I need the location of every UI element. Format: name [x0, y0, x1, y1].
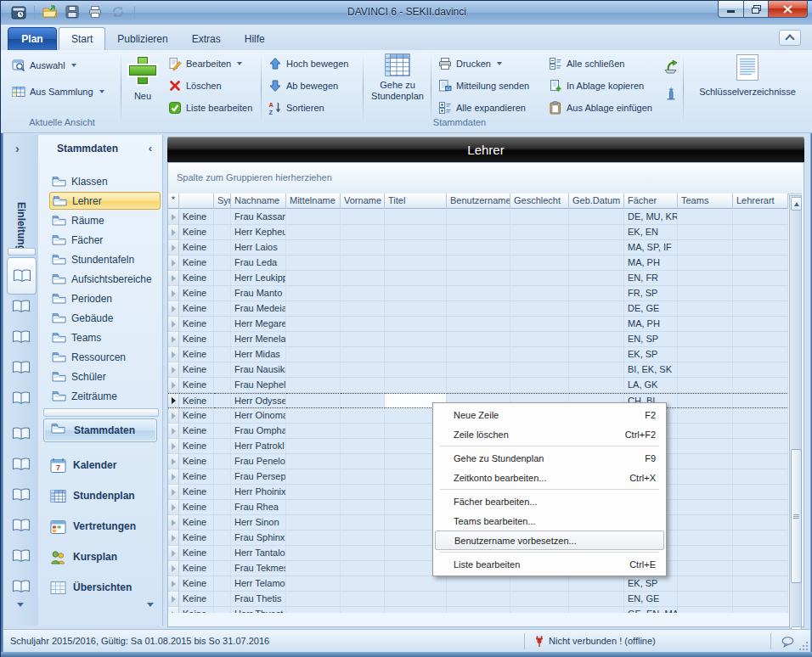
maximize-button[interactable] [744, 1, 768, 18]
sidebar-section-stundenplan[interactable]: Stundenplan [43, 484, 157, 508]
resize-grip[interactable] [798, 641, 809, 651]
aus-sammlung-button[interactable]: Aus Sammlung [8, 83, 109, 100]
column-header-vorname[interactable]: Vorname [341, 194, 385, 209]
tab-hilfe[interactable]: Hilfe [233, 28, 277, 50]
alle-schliessen-button[interactable]: Alle schließen [544, 55, 629, 72]
book-icon-button[interactable] [12, 300, 31, 313]
loeschen-button[interactable]: Löschen [164, 77, 226, 94]
sidebar-item-stundentafeln[interactable]: Stundentafeln [49, 250, 161, 268]
book-icon-button[interactable] [12, 488, 31, 502]
column-header-geschlecht[interactable]: Geschlecht [510, 194, 569, 209]
schluesselverzeichnisse-button[interactable]: Schlüsselverzeichnisse [686, 53, 809, 120]
sidebar-section-kursplan[interactable]: Kursplan [43, 545, 157, 569]
neu-button[interactable]: Neu [124, 55, 161, 118]
sidebar-section-uebersichten[interactable]: Übersichten [43, 576, 157, 599]
scroll-up-button[interactable] [791, 197, 802, 211]
table-row[interactable]: KeineFrau LedaMA, PH [168, 256, 788, 271]
column-header-titel[interactable]: Titel [385, 194, 447, 209]
alle-expandieren-button[interactable]: Alle expandieren [434, 99, 530, 116]
close-button[interactable] [768, 1, 808, 18]
table-row[interactable]: KeineHerr MegareMA, PH [168, 317, 788, 332]
sidebar-section-stammdaten[interactable]: Stammdaten [43, 418, 157, 442]
rail-splitter[interactable] [8, 248, 36, 256]
auswahl-button[interactable]: Auswahl [8, 57, 109, 74]
sidebar-item-zeitraeume[interactable]: Zeiträume [49, 387, 161, 405]
sidebar-item-perioden[interactable]: Perioden [49, 289, 161, 307]
hoch-bewegen-button[interactable]: Hoch bewegen [264, 55, 352, 72]
table-row[interactable]: KeineFrau MantoFR, SP [168, 286, 788, 301]
group-by-bar[interactable]: Spalte zum Gruppieren hierherziehen [168, 163, 802, 194]
sidebar-splitter[interactable] [43, 408, 159, 417]
vertical-scroll-thumb[interactable] [791, 449, 802, 583]
column-header-lehrerart[interactable]: Lehrerart [733, 194, 788, 209]
table-row[interactable]: KeineHerr TelamoEK, SP [168, 576, 788, 592]
menu-item-zeitkonto-bearbeiten[interactable]: Zeitkonto bearbeiten...Ctrl+X [435, 468, 664, 487]
book-icon-button[interactable] [12, 458, 31, 471]
sidebar-item-raeume[interactable]: Räume [49, 211, 161, 229]
vertical-scrollbar[interactable] [789, 195, 802, 642]
mitteilung-senden-button[interactable]: Mitteilung senden [434, 77, 533, 94]
table-row[interactable]: KeineHerr MenelaEN, SP [168, 332, 788, 347]
rail-expand-chevron[interactable]: › [15, 142, 20, 155]
import-button[interactable] [662, 86, 680, 103]
table-row[interactable]: KeineFrau ThetisEN, GE [168, 592, 788, 607]
column-header-sym[interactable]: Sym [214, 194, 231, 209]
menu-item-faecher-bearbeiten[interactable]: Fächer bearbeiten... [435, 491, 664, 511]
drucken-button[interactable]: Drucken [434, 55, 506, 72]
rail-scroll-down-button[interactable] [17, 607, 24, 622]
column-header-status[interactable] [179, 194, 214, 209]
minimize-button[interactable] [718, 1, 744, 18]
sidebar-item-teams[interactable]: Teams [49, 328, 161, 346]
table-row[interactable]: KeineFrau KassanDE, MU, KR [168, 210, 788, 225]
rail-selected-book-button[interactable] [7, 257, 37, 295]
sidebar-item-gebaeude[interactable]: Gebäude [49, 309, 161, 327]
column-header-geb-datum[interactable]: Geb.Datum [569, 194, 624, 209]
book-icon-button[interactable] [12, 519, 31, 532]
sidebar-item-faecher[interactable]: Fächer [49, 231, 161, 249]
feedback-bubble-icon[interactable] [781, 636, 794, 647]
column-header-mittelname[interactable]: Mittelname [286, 194, 341, 209]
tab-plan[interactable]: Plan [8, 27, 57, 51]
table-row[interactable]: KeineHerr KepheuEK, EN [168, 225, 788, 240]
ab-bewegen-button[interactable]: Ab bewegen [264, 77, 342, 94]
tab-start[interactable]: Start [59, 27, 105, 50]
sidebar-item-aufsichtsbereiche[interactable]: Aufsichtsbereiche [49, 270, 161, 288]
column-header-teams[interactable]: Teams [678, 194, 733, 209]
sidebar-section-vertretungen[interactable]: Vertretungen [43, 514, 157, 538]
sidebar-item-lehrer[interactable]: Lehrer [49, 192, 161, 210]
menu-item-liste-bearbeiten[interactable]: Liste bearbeitenCtrl+E [435, 554, 664, 574]
tab-extras[interactable]: Extras [180, 28, 233, 50]
sidebar-item-klassen[interactable]: Klassen [49, 172, 161, 190]
book-icon-button[interactable] [12, 427, 31, 441]
column-header-benutzername[interactable]: Benutzername [447, 194, 510, 209]
sortieren-button[interactable]: AZSortieren [264, 99, 329, 116]
sidebar-item-ressourcen[interactable]: Ressourcen [49, 348, 161, 366]
book-icon-button[interactable] [12, 361, 31, 374]
table-row[interactable]: KeineFrau NephelLA, GK [168, 378, 788, 393]
table-row[interactable]: KeineHerr LaiosMA, SP, IF [168, 240, 788, 256]
book-icon-button[interactable] [12, 391, 31, 405]
table-row[interactable]: KeineFrau MedeiaDE, GE [168, 301, 788, 317]
book-icon-button[interactable] [12, 580, 31, 593]
menu-item-neue-zeile[interactable]: Neue ZeileF2 [435, 405, 664, 424]
in-ablage-kopieren-button[interactable]: In Ablage kopieren [544, 77, 648, 94]
ribbon-minimize-button[interactable] [779, 30, 801, 46]
table-row[interactable]: KeineHerr MidasEK, SP [168, 347, 788, 362]
sidebar-item-schueler[interactable]: Schüler [49, 368, 161, 385]
table-row[interactable]: KeineFrau NausikaBI, EK, SK [168, 362, 788, 378]
menu-item-teams-bearbeiten[interactable]: Teams bearbeiten... [435, 511, 664, 531]
column-header-faecher[interactable]: Fächer [624, 194, 678, 209]
menu-item-benutzername-vorbesetzen[interactable]: Benutzername vorbesetzen... [435, 531, 664, 550]
column-header-indicator[interactable]: * [168, 194, 179, 209]
menu-item-zeile-loeschen[interactable]: Zeile löschenCtrl+F2 [435, 424, 664, 444]
book-icon-button[interactable] [12, 549, 31, 563]
liste-bearbeiten-button[interactable]: Liste bearbeiten [164, 99, 257, 116]
aus-ablage-einfuegen-button[interactable]: Aus Ablage einfügen [544, 99, 657, 116]
book-icon-button[interactable] [12, 330, 31, 344]
menu-item-gehe-zu-stundenplan[interactable]: Gehe zu StundenplanF9 [435, 448, 664, 468]
bearbeiten-button[interactable]: Bearbeiten [164, 55, 246, 72]
sidebar-section-kalender[interactable]: 7Kalender [43, 453, 157, 477]
table-row[interactable]: KeineHerr LeukippEN, FR [168, 271, 788, 286]
table-row[interactable]: KeineHerr ThyestGE, EN, MA [168, 607, 788, 613]
export-button[interactable] [662, 59, 680, 76]
